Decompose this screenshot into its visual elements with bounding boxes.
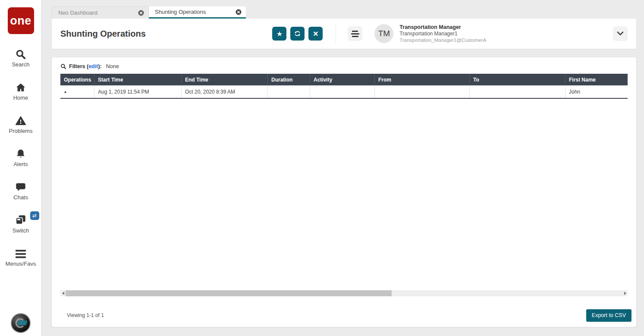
sidebar-item-chats[interactable]: Chats	[0, 180, 42, 201]
chats-bubble-icon	[15, 180, 26, 193]
column-header-5[interactable]: From	[374, 74, 469, 85]
column-header-4[interactable]: Activity	[310, 74, 374, 85]
sidebar-item-menus-favs[interactable]: Menus/Favs	[0, 246, 42, 267]
header-divider	[336, 24, 336, 43]
filters-bar: Filters (edit): None	[52, 57, 636, 73]
user-role: Transportation Manager	[399, 24, 486, 31]
table-cell	[267, 85, 310, 98]
operations-table: OperationsStart TimeEnd TimeDurationActi…	[60, 74, 628, 99]
table-cell	[310, 85, 374, 98]
screen-menu-button[interactable]	[348, 26, 362, 41]
content-area: Neo Dashboard Shunting Operations Shunti…	[42, 0, 644, 336]
sidebar-item-label: Search	[12, 61, 29, 68]
chevron-down-icon	[617, 31, 624, 36]
close-icon: ×	[313, 29, 318, 39]
switch-cards-icon	[15, 213, 27, 226]
home-icon	[15, 80, 27, 93]
problems-warning-icon	[15, 113, 27, 126]
user-name: Transportation Manager1	[399, 31, 486, 37]
sidebar-item-home[interactable]: Home	[0, 80, 42, 101]
table-cell: Aug 1, 2019 11:54 PM	[94, 85, 181, 98]
table-cell	[374, 85, 469, 98]
tab-close-icon[interactable]	[236, 9, 242, 15]
table-cell: John	[565, 85, 628, 98]
column-header-7[interactable]: First Name	[565, 74, 628, 85]
menu-bar	[351, 33, 359, 35]
star-icon: ★	[276, 30, 283, 38]
table-footer: Viewing 1-1 of 1 Export to CSV	[60, 309, 631, 322]
sidebar-item-label: Menus/Favs	[6, 261, 36, 267]
page-title: Shunting Operations	[60, 29, 146, 39]
tab-neo-dashboard[interactable]: Neo Dashboard	[52, 6, 149, 19]
sidebar-item-alerts[interactable]: Alerts	[0, 147, 42, 167]
close-screen-button[interactable]: ×	[308, 27, 323, 41]
column-header-6[interactable]: To	[469, 74, 565, 85]
one-logo-text: one	[10, 14, 31, 28]
column-header-0[interactable]: Operations	[60, 74, 94, 85]
scroll-right-arrow[interactable]	[622, 290, 628, 296]
one-logo[interactable]: one	[8, 7, 34, 34]
sidebar-item-label: Switch	[13, 227, 29, 234]
sidebar-item-label: Problems	[9, 128, 33, 134]
tab-label: Neo Dashboard	[58, 9, 138, 16]
page: one Search Home Problems	[0, 0, 644, 336]
sidebar: one Search Home Problems	[0, 0, 42, 336]
sidebar-item-label: Chats	[13, 194, 28, 201]
user-text: Transportation Manager Transportation Ma…	[399, 24, 486, 44]
page-header: Shunting Operations ★ ×	[52, 19, 636, 49]
table-cell	[469, 85, 565, 98]
header-actions: ★ ×	[272, 27, 323, 41]
filters-search-icon	[60, 63, 66, 69]
viewing-status: Viewing 1-1 of 1	[67, 312, 104, 318]
table-row[interactable]: ▸Aug 1, 2019 11:54 PMOct 20, 2020 8:39 A…	[60, 85, 628, 99]
menus-favs-icon	[15, 246, 26, 259]
filters-edit-link[interactable]: edit	[88, 63, 98, 69]
user-info: TM Transportation Manager Transportation…	[374, 24, 486, 44]
results-panel: Filters (edit): None OperationsStart Tim…	[52, 57, 636, 327]
table-cell: Oct 20, 2020 8:39 AM	[181, 85, 267, 98]
sidebar-nav: Search Home Problems Alerts	[0, 47, 42, 279]
switch-swap-arrows-icon[interactable]: ⇄	[30, 211, 39, 220]
tab-close-icon[interactable]	[138, 10, 144, 16]
alerts-bell-icon	[15, 147, 26, 160]
sidebar-item-switch[interactable]: ⇄ Switch	[0, 213, 42, 234]
tab-shunting-operations[interactable]: Shunting Operations	[149, 6, 246, 19]
refresh-icon	[294, 30, 301, 38]
user-menu-chevron-button[interactable]	[613, 26, 628, 41]
table-header-row: OperationsStart TimeEnd TimeDurationActi…	[60, 74, 628, 85]
sidebar-item-label: Alerts	[13, 161, 28, 167]
tab-bar: Neo Dashboard Shunting Operations	[42, 0, 644, 19]
favorite-button[interactable]: ★	[272, 27, 286, 41]
row-expander-icon[interactable]: ▸	[60, 85, 94, 98]
column-header-1[interactable]: Start Time	[94, 74, 181, 85]
sidebar-item-search[interactable]: Search	[0, 47, 42, 68]
scrollbar-thumb[interactable]	[66, 290, 392, 296]
column-header-3[interactable]: Duration	[267, 74, 310, 85]
search-icon	[15, 47, 26, 60]
column-header-2[interactable]: End Time	[181, 74, 267, 85]
sidebar-item-label: Home	[13, 94, 28, 101]
refresh-button[interactable]	[290, 27, 305, 41]
filters-label-suffix: ):	[98, 63, 101, 69]
menu-bar	[352, 31, 358, 32]
filters-label: Filters (	[69, 63, 88, 69]
tab-label: Shunting Operations	[155, 9, 236, 15]
sidebar-item-problems[interactable]: Problems	[0, 113, 42, 134]
user-avatar[interactable]: TM	[374, 24, 393, 43]
table-body: ▸Aug 1, 2019 11:54 PMOct 20, 2020 8:39 A…	[60, 85, 628, 99]
menu-bar	[352, 36, 358, 37]
filters-value: None	[106, 63, 119, 69]
scroll-left-arrow[interactable]	[60, 290, 66, 296]
neo-assistant-icon[interactable]	[11, 313, 31, 333]
export-to-csv-button[interactable]: Export to CSV	[586, 309, 631, 322]
horizontal-scrollbar[interactable]	[60, 290, 628, 296]
user-account: Transportation_Manager1@CustomerA	[399, 37, 486, 43]
